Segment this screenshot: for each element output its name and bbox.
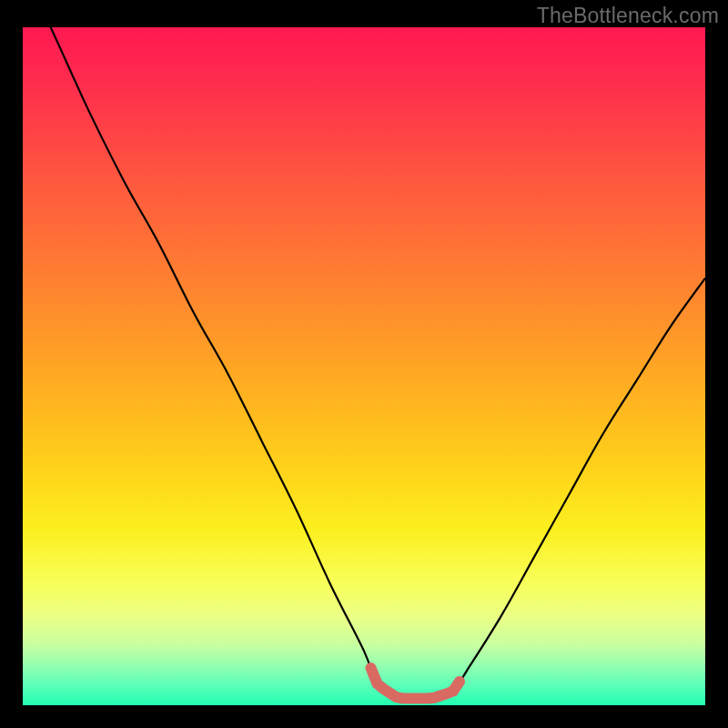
curve-svg	[23, 27, 705, 705]
watermark-text: TheBottleneck.com	[537, 4, 719, 28]
chart-frame: TheBottleneck.com	[0, 0, 728, 728]
bottleneck-curve	[23, 0, 705, 700]
optimal-range-highlight	[371, 668, 460, 698]
plot-area	[23, 27, 705, 705]
